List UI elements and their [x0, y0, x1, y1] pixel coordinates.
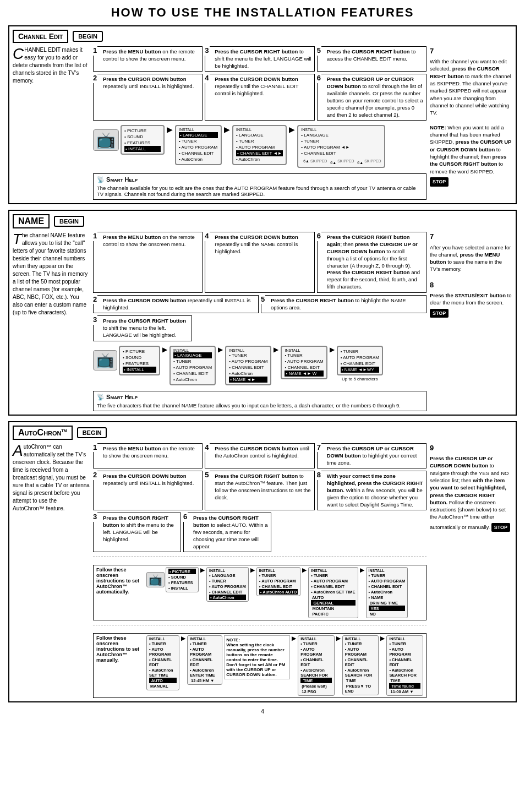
channel-edit-smart-help: 📡 Smart Help The channels available for …: [93, 173, 426, 200]
autochron-description: A utoChron™ can automatically set the TV…: [13, 443, 90, 699]
autochron-step-8: 8 With your correct time zone highlighte…: [317, 471, 426, 510]
channel-edit-body: C HANNEL EDIT makes it easy for you to a…: [13, 46, 512, 200]
channel-edit-steps-row1: 1 Press the MENU button on the remote co…: [93, 46, 426, 72]
auto-screen-5: INSTALL • TUNER • AUTO PROGRAM • CHANNEL…: [366, 567, 408, 618]
stop-badge-1: STOP: [430, 177, 449, 187]
channel-edit-header: Channel Edit BEGIN: [13, 30, 512, 43]
channel-edit-screens: 📺 • PICTURE • SOUND • FEATURES • INSTALL…: [93, 125, 426, 168]
stop-badge-2: STOP: [430, 309, 449, 318]
name-arrow-1: ▶: [162, 346, 167, 353]
drop-cap-a: A: [13, 443, 23, 459]
screen-2: INSTALL • LANGUAGE • TUNER • AUTO PROGRA…: [175, 125, 222, 165]
autochron-divider-1: [93, 557, 426, 557]
auto-screen-4: INSTALL • TUNER • AUTO PROGRAM • CHANNEL…: [308, 567, 358, 618]
autochron-step-9: 9 Press the CURSOR UP or CURSOR DOWN but…: [430, 443, 512, 699]
arrow-1: ▶: [167, 125, 173, 134]
name-begin: BEGIN: [54, 216, 84, 227]
channel-edit-screen-group: 📺 • PICTURE • SOUND • FEATURES • INSTALL: [93, 125, 165, 155]
autochron-title: AutoChronTM: [13, 426, 73, 440]
name-screen-4: INSTALL • TUNER • AUTO PROGRAM • CHANNEL…: [281, 346, 327, 379]
manual-screen-3: INSTALL • TUNER • AUTO PROGRAM • CHANNEL…: [298, 635, 335, 696]
autochron-step-7: 7 Press the CURSOR UP or CURSOR DOWN but…: [317, 443, 426, 468]
name-step-6: 6 Press the CURSOR RIGHT button again; t…: [317, 232, 426, 293]
autochron-step-6: 6 Press the CURSOR RIGHT button to selec…: [183, 513, 271, 552]
auto-arrow-4: ▶: [360, 567, 364, 573]
follow-manual-box: Follow these onscreen instructions to se…: [93, 633, 426, 698]
page-title: How to Use the Installation Features: [8, 6, 517, 20]
manual-arrow-1: ▶: [181, 635, 185, 641]
name-up-to: Up to 5 characters: [337, 377, 383, 382]
autochron-steps-row2: 2 Press the CURSOR DOWN button repeatedl…: [93, 471, 426, 510]
name-steps-row1: 1 Press the MENU button on the remote co…: [93, 232, 426, 293]
name-body: T he channel NAME feature allows you to …: [13, 232, 512, 411]
manual-screen-5: INSTALL • TUNER • AUTO PROGRAM • CHANNEL…: [386, 635, 423, 696]
autochron-header: AutoChronTM BEGIN: [13, 426, 512, 440]
channel-edit-begin: BEGIN: [73, 31, 103, 42]
channel-edit-step-1: 1 Press the MENU button on the remote co…: [93, 46, 203, 72]
auto-screen-1: • PICTURE • SOUND • FEATURES • INSTALL: [166, 567, 199, 592]
name-smart-help: 📡 Smart Help The five characters that th…: [93, 391, 426, 411]
autochron-step-4: 4 Press the CURSOR DOWN button until the…: [205, 443, 314, 468]
follow-manual-screens: INSTALL • TUNER • AUTO PROGRAM • CHANNEL…: [146, 635, 423, 696]
name-section: NAME BEGIN T he channel NAME feature all…: [8, 210, 517, 416]
name-step-7-8: 7 After you have selected a name for the…: [430, 232, 512, 411]
name-arrow-3: ▶: [274, 346, 278, 353]
channel-edit-section: Channel Edit BEGIN C HANNEL EDIT makes i…: [8, 25, 517, 204]
name-description: T he channel NAME feature allows you to …: [13, 232, 90, 411]
autochron-steps: 1 Press the MENU button on the remote to…: [93, 443, 426, 699]
channel-edit-title: Channel Edit: [13, 30, 68, 43]
drop-cap-t: T: [13, 232, 21, 246]
manual-arrow-3: ▶: [336, 635, 341, 641]
autochron-begin: BEGIN: [77, 427, 107, 438]
channel-edit-step-5: 5 Press the CURSOR RIGHT button to acces…: [317, 46, 426, 72]
name-screen-group: 📺 • PICTURE • SOUND • FEATURES • INSTALL: [93, 346, 160, 375]
manual-arrow-4: ▶: [380, 635, 385, 641]
channel-edit-step-3: 3 Press the CURSOR RIGHT button to shift…: [205, 46, 314, 72]
autochron-step-3: 3 Press the CURSOR RIGHT button to shift…: [93, 513, 181, 552]
remote-auto: 📺: [146, 572, 165, 587]
name-step-2: 2 Press the CURSOR DOWN button repeatedl…: [93, 295, 259, 314]
autochron-steps-row1: 1 Press the MENU button on the remote to…: [93, 443, 426, 468]
manual-screen-4: INSTALL • TUNER • AUTO PROGRAM • CHANNEL…: [342, 635, 379, 695]
auto-screen-3: INSTALL • TUNER • AUTO PROGRAM • CHANNEL…: [256, 567, 301, 596]
channel-edit-steps-row2: 2 Press the CURSOR DOWN button repeatedl…: [93, 74, 426, 121]
autochron-section: AutoChronTM BEGIN A utoChron™ can automa…: [8, 421, 517, 703]
name-step-3: 3 Press the CURSOR RIGHT button to shift…: [93, 315, 192, 341]
channel-edit-step-2: 2 Press the CURSOR DOWN button repeatedl…: [93, 74, 203, 121]
remote-icon-name: 📺: [93, 350, 117, 370]
channel-edit-steps: 1 Press the MENU button on the remote co…: [93, 46, 426, 200]
name-screen-group-2: • TUNER • AUTO PROGRAM • CHANNEL EDIT • …: [337, 346, 383, 382]
screen-1: • PICTURE • SOUND • FEATURES • INSTALL: [121, 125, 165, 155]
stop-badge-3: STOP: [491, 523, 510, 532]
auto-arrow-3: ▶: [302, 567, 307, 573]
autochron-body: A utoChron™ can automatically set the TV…: [13, 443, 512, 699]
auto-screen-2: INSTALL • LANGUAGE • TUNER • AUTO PROGRA…: [206, 567, 249, 602]
follow-manual-label: Follow these onscreen instructions to se…: [96, 635, 143, 663]
name-steps-row3: 3 Press the CURSOR RIGHT button to shift…: [93, 315, 426, 341]
name-header: NAME BEGIN: [13, 214, 512, 228]
name-screen-5: • TUNER • AUTO PROGRAM • CHANNEL EDIT • …: [337, 346, 383, 375]
name-screen-3: INSTALL • TUNER • AUTO PROGRAM • CHANNEL…: [225, 346, 271, 385]
name-steps: 1 Press the MENU button on the remote co…: [93, 232, 426, 411]
channel-edit-description: C HANNEL EDIT makes it easy for you to a…: [13, 46, 90, 200]
drop-cap-c: C: [13, 46, 24, 62]
autochron-step-2: 2 Press the CURSOR DOWN button repeatedl…: [93, 471, 203, 510]
name-screens: 📺 • PICTURE • SOUND • FEATURES • INSTALL…: [93, 346, 426, 385]
manual-screen-1: INSTALL • TUNER • AUTO PROGRAM • CHANNEL…: [146, 635, 179, 690]
manual-note: NOTE: When setting the clock manually, p…: [224, 635, 290, 679]
screen-3: INSTALL • LANGUAGE • TUNER • AUTO PROGRA…: [232, 125, 287, 165]
name-arrow-2: ▶: [218, 346, 223, 353]
channel-edit-step-7: 7 With the channel you want to edit sele…: [430, 46, 512, 200]
autochron-step-5: 5 Press the CURSOR RIGHT button to start…: [205, 471, 314, 510]
auto-arrow-2: ▶: [250, 567, 255, 573]
name-title: NAME: [13, 214, 50, 228]
screen-4: INSTALL • LANGUAGE • TUNER • AUTO PROGRA…: [297, 125, 385, 168]
manual-arrow-2: ▶: [292, 635, 296, 641]
name-steps-row2: 2 Press the CURSOR DOWN button repeatedl…: [93, 295, 426, 314]
page-number: 4: [8, 708, 517, 715]
name-arrow-4: ▶: [330, 346, 335, 353]
name-screen-2: INSTALL • LANGUAGE • TUNER • AUTO PROGRA…: [169, 346, 216, 385]
autochron-divider-2: [93, 625, 426, 625]
remote-icon: 📺: [93, 129, 119, 151]
manual-screen-2: INSTALL • TUNER • AUTO PROGRAM • CHANNEL…: [187, 635, 222, 685]
